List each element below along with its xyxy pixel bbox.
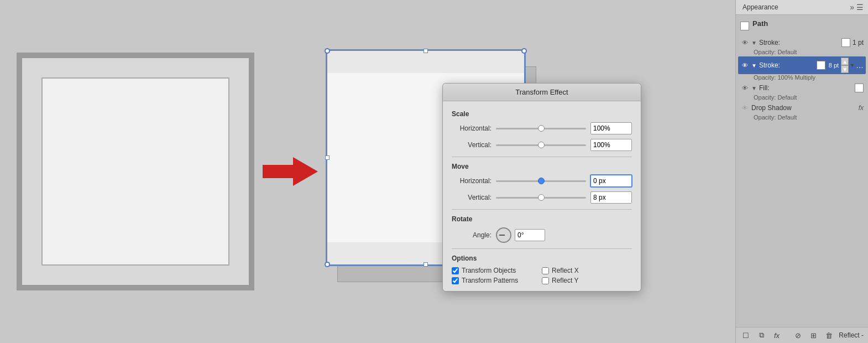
circle-handle-tl[interactable] <box>325 48 330 54</box>
panel-header: Appearance » ☰ <box>736 0 868 15</box>
divider-3 <box>452 248 632 249</box>
reflect-x-checkbox[interactable] <box>542 267 549 274</box>
scale-horizontal-row: Horizontal: <box>452 122 632 134</box>
move-horizontal-input[interactable] <box>590 175 632 187</box>
handle-bc[interactable] <box>423 262 428 267</box>
move-vertical-row: Vertical: <box>452 191 632 204</box>
transform-patterns-label: Transform Patterns <box>462 277 518 284</box>
fx-label: fx <box>859 104 864 112</box>
dialog-title: Transform Effect <box>443 84 641 101</box>
path-label: Path <box>752 18 768 29</box>
scale-section-label: Scale <box>452 110 632 118</box>
scale-vertical-slider[interactable] <box>496 144 586 146</box>
rotate-section-label: Rotate <box>452 215 632 223</box>
panel-footer: ☐ ⧉ fx ⊘ ⊞ 🗑 Reflect - <box>736 327 868 343</box>
expand-icon[interactable]: » <box>850 3 854 12</box>
angle-label: Angle: <box>452 231 496 239</box>
stroke-up-btn[interactable]: ▲ <box>841 58 849 65</box>
clear-icon[interactable]: ⊘ <box>792 330 803 341</box>
stroke1-value: 1 pt <box>853 39 864 46</box>
copy-icon[interactable]: ⊞ <box>808 330 819 341</box>
move-vertical-slider[interactable] <box>496 197 586 199</box>
stroke-more-icon[interactable]: … <box>856 61 864 70</box>
path-swatch <box>740 22 749 30</box>
scale-vertical-label: Vertical: <box>452 141 496 149</box>
delete-icon[interactable]: 🗑 <box>823 330 834 341</box>
scale-vertical-thumb[interactable] <box>538 142 545 148</box>
eye-icon-stroke2[interactable]: 👁 <box>740 61 749 70</box>
transform-effect-dialog: Transform Effect Scale Horizontal: Verti… <box>442 83 641 292</box>
stroke-down-btn[interactable]: ▼ <box>841 65 849 73</box>
right-arrow-icon <box>263 152 318 191</box>
opacity-multiply-label: Opacity: 100% Multiply <box>754 74 815 81</box>
options-grid: Transform Objects Reflect X Transform Pa… <box>452 267 632 284</box>
reflect-label: Reflect - <box>839 331 864 339</box>
opacity-label-1: Opacity: Default <box>754 49 797 55</box>
shape-before <box>17 53 254 290</box>
move-vertical-thumb[interactable] <box>538 194 545 201</box>
transform-objects-checkbox[interactable] <box>452 267 459 274</box>
divider-1 <box>452 157 632 157</box>
opacity-default-1: Opacity: Default <box>740 49 864 55</box>
rotate-row: Angle: <box>452 227 632 243</box>
circle-handle-tr[interactable] <box>521 48 527 54</box>
scale-horizontal-thumb[interactable] <box>538 125 545 132</box>
scale-horizontal-slider[interactable] <box>496 128 586 129</box>
handle-tc[interactable] <box>423 49 428 53</box>
opacity-default-2: Opacity: Default <box>740 94 864 101</box>
drop-shadow-row: 👁 Drop Shadow fx <box>740 102 864 114</box>
shape-after-area: Transform Effect Scale Horizontal: Verti… <box>326 50 581 315</box>
opacity-default-3: Opacity: Default <box>740 114 864 121</box>
angle-input[interactable] <box>515 229 545 241</box>
stroke2-swatch <box>817 61 825 70</box>
expand-stroke1[interactable]: ▼ <box>751 40 757 46</box>
divider-2 <box>452 209 632 210</box>
transform-patterns-checkbox[interactable] <box>452 277 459 284</box>
stroke-dropdown-icon[interactable]: ▼ <box>850 63 855 68</box>
fill-swatch <box>855 84 864 92</box>
stroke2-value: 8 pt <box>829 62 839 69</box>
circle-handle-bl[interactable] <box>325 262 330 267</box>
fx-button[interactable]: fx <box>771 330 782 341</box>
reflect-y-checkbox[interactable] <box>542 277 549 284</box>
stroke1-swatch <box>841 38 850 47</box>
eye-icon-shadow[interactable]: 👁 <box>740 103 749 112</box>
transform-objects-label: Transform Objects <box>462 267 516 274</box>
dialog-body: Scale Horizontal: Vertical: <box>443 101 641 291</box>
move-horizontal-row: Horizontal: <box>452 175 632 187</box>
scale-horizontal-label: Horizontal: <box>452 124 496 132</box>
expand-stroke2[interactable]: ▼ <box>751 63 757 69</box>
move-horizontal-label: Horizontal: <box>452 177 496 185</box>
new-item-icon[interactable]: ☐ <box>740 330 751 341</box>
fill-row: 👁 ▼ Fill: <box>740 82 864 94</box>
eye-icon-stroke1[interactable]: 👁 <box>740 38 749 47</box>
opacity-label-3: Opacity: Default <box>754 114 797 121</box>
panel-menu-icon[interactable]: ☰ <box>856 3 864 12</box>
move-horizontal-slider[interactable] <box>496 180 586 182</box>
transform-patterns-row: Transform Patterns <box>452 277 542 284</box>
appearance-tab[interactable]: Appearance <box>740 2 781 12</box>
scale-vertical-row: Vertical: <box>452 139 632 151</box>
move-vertical-input[interactable] <box>590 191 632 204</box>
canvas-area: Transform Effect Scale Horizontal: Verti… <box>0 0 735 343</box>
panel-tab-icons: » ☰ <box>850 3 864 12</box>
stroke1-label: Stroke: <box>759 39 839 46</box>
drop-shadow-label[interactable]: Drop Shadow <box>751 104 856 112</box>
handle-ml[interactable] <box>325 155 330 160</box>
stroke-8pt-row[interactable]: 👁 ▼ Stroke: 8 pt ▲ ▼ ▼ … <box>738 56 866 74</box>
transform-objects-row: Transform Objects <box>452 267 542 274</box>
scale-horizontal-input[interactable] <box>590 122 632 134</box>
reflect-y-row: Reflect Y <box>542 277 632 284</box>
expand-fill[interactable]: ▼ <box>751 85 757 91</box>
move-vertical-label: Vertical: <box>452 194 496 201</box>
svg-marker-0 <box>263 157 318 186</box>
move-section-label: Move <box>452 163 632 170</box>
eye-icon-fill[interactable]: 👁 <box>740 84 749 92</box>
angle-dial[interactable] <box>496 227 511 243</box>
opacity-label-2: Opacity: Default <box>754 94 797 101</box>
scale-vertical-input[interactable] <box>590 139 632 151</box>
stroke-options: 8 pt ▲ ▼ ▼ … <box>828 58 864 73</box>
opacity-multiply-row: Opacity: 100% Multiply <box>740 74 864 81</box>
move-horizontal-thumb[interactable] <box>538 178 545 184</box>
duplicate-icon[interactable]: ⧉ <box>756 330 767 341</box>
